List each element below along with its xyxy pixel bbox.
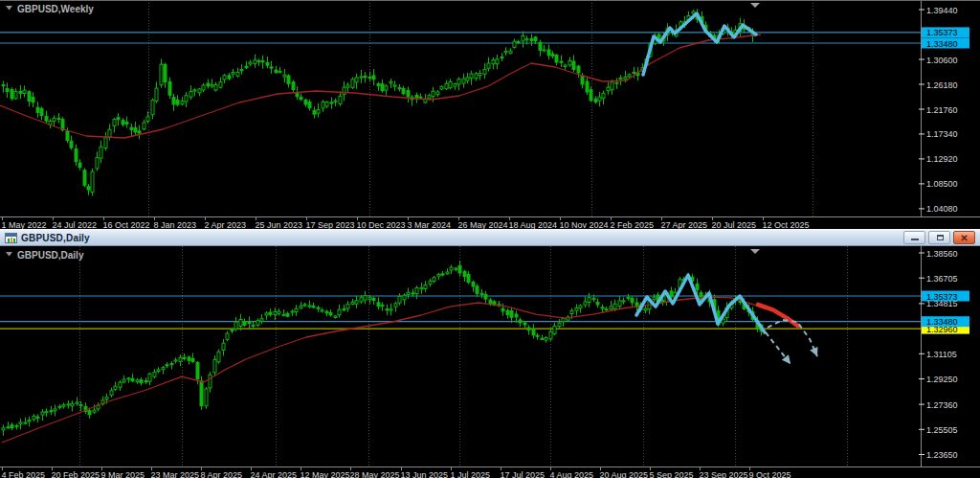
- window-controls: ✕: [903, 231, 975, 244]
- chart-window-daily: 1.385601.367051.348151.311051.292501.273…: [0, 246, 980, 478]
- svg-text:1.35373: 1.35373: [926, 28, 958, 37]
- svg-text:2 Feb 2025: 2 Feb 2025: [611, 220, 655, 229]
- svg-text:23 Sep 2025: 23 Sep 2025: [700, 470, 748, 478]
- svg-text:8 Apr 2025: 8 Apr 2025: [201, 470, 243, 478]
- close-button[interactable]: ✕: [953, 231, 975, 244]
- close-icon: ✕: [954, 232, 974, 243]
- svg-text:1.38560: 1.38560: [926, 249, 958, 259]
- svg-text:20 Feb 2025: 20 Feb 2025: [52, 470, 100, 478]
- svg-text:13 Jun 2025: 13 Jun 2025: [401, 470, 449, 478]
- svg-text:28 May 2025: 28 May 2025: [350, 470, 400, 478]
- svg-text:1.12920: 1.12920: [926, 154, 958, 164]
- svg-text:24 Jul 2022: 24 Jul 2022: [53, 220, 98, 229]
- svg-text:1.04080: 1.04080: [926, 204, 958, 214]
- symbol-label[interactable]: GBPUSD,Weekly: [6, 4, 94, 14]
- svg-text:24 Apr 2025: 24 Apr 2025: [251, 470, 298, 478]
- restore-button[interactable]: [928, 231, 950, 244]
- svg-text:GBPUSD,Daily: GBPUSD,Daily: [17, 250, 84, 261]
- daily-chart-canvas[interactable]: 1.385601.367051.348151.311051.292501.273…: [0, 246, 980, 478]
- svg-text:26 May 2024: 26 May 2024: [458, 220, 508, 229]
- svg-text:1.33480: 1.33480: [926, 39, 958, 49]
- svg-text:9 Mar 2025: 9 Mar 2025: [101, 470, 145, 478]
- svg-text:10 Nov 2024: 10 Nov 2024: [560, 220, 609, 229]
- daily-window-titlebar[interactable]: GBPUSD,Daily ✕: [0, 229, 980, 246]
- svg-text:4 Feb 2025: 4 Feb 2025: [2, 470, 46, 478]
- svg-text:12 May 2025: 12 May 2025: [301, 470, 350, 478]
- minimize-icon: [911, 239, 919, 240]
- symbol-label[interactable]: GBPUSD,Daily: [6, 250, 84, 261]
- price-level-label: 1.35373: [922, 27, 969, 37]
- minimize-button[interactable]: [903, 231, 925, 244]
- svg-text:20 Aug 2025: 20 Aug 2025: [600, 470, 649, 478]
- svg-text:25 Jun 2023: 25 Jun 2023: [256, 220, 303, 229]
- svg-text:9 Oct 2025: 9 Oct 2025: [749, 470, 791, 478]
- svg-text:27 Apr 2025: 27 Apr 2025: [661, 220, 708, 229]
- daily-window-title: GBPUSD,Daily: [21, 233, 903, 243]
- svg-text:4 Aug 2025: 4 Aug 2025: [550, 470, 594, 478]
- svg-text:17 Sep 2023: 17 Sep 2023: [306, 220, 355, 229]
- chart-window-icon: [5, 233, 17, 243]
- svg-text:1.33480: 1.33480: [926, 317, 958, 327]
- svg-text:16 Oct 2022: 16 Oct 2022: [103, 220, 150, 229]
- restore-icon: [937, 235, 944, 240]
- weekly-chart-canvas[interactable]: 1.394401.306001.261801.217601.173401.129…: [0, 0, 980, 229]
- svg-text:1.25505: 1.25505: [926, 425, 958, 435]
- svg-text:8 Jan 2023: 8 Jan 2023: [154, 220, 197, 229]
- svg-text:1.31105: 1.31105: [926, 350, 957, 359]
- svg-text:1.17340: 1.17340: [926, 129, 958, 139]
- svg-text:1.36705: 1.36705: [926, 274, 958, 284]
- svg-text:1.23650: 1.23650: [926, 450, 958, 460]
- svg-text:23 Mar 2025: 23 Mar 2025: [151, 470, 200, 478]
- svg-text:1 May 2022: 1 May 2022: [2, 220, 47, 229]
- svg-text:1 Jul 2025: 1 Jul 2025: [451, 470, 491, 478]
- price-level-label: 1.33480: [922, 38, 969, 49]
- price-level-label: 1.35373: [922, 291, 969, 302]
- svg-text:18 Aug 2024: 18 Aug 2024: [509, 220, 558, 229]
- svg-text:1.39440: 1.39440: [926, 6, 958, 15]
- svg-text:5 Sep 2025: 5 Sep 2025: [650, 470, 694, 478]
- svg-text:10 Dec 2023: 10 Dec 2023: [357, 220, 406, 229]
- svg-text:1.27360: 1.27360: [926, 400, 958, 410]
- mt-workspace: 1.394401.306001.261801.217601.173401.129…: [0, 0, 980, 478]
- svg-text:17 Jul 2025: 17 Jul 2025: [501, 470, 546, 478]
- svg-text:1.08500: 1.08500: [926, 179, 958, 189]
- svg-text:1.21760: 1.21760: [926, 105, 958, 115]
- svg-text:1.35373: 1.35373: [926, 292, 958, 302]
- svg-text:GBPUSD,Weekly: GBPUSD,Weekly: [17, 4, 94, 14]
- svg-text:20 Jul 2025: 20 Jul 2025: [712, 220, 757, 229]
- svg-text:1.29250: 1.29250: [926, 375, 958, 384]
- chart-background: [0, 0, 980, 229]
- svg-text:1.30600: 1.30600: [926, 56, 958, 65]
- price-level-label: 1.33480: [922, 316, 969, 327]
- chart-window-weekly: 1.394401.306001.261801.217601.173401.129…: [0, 0, 980, 229]
- svg-text:2 Apr 2023: 2 Apr 2023: [205, 220, 247, 229]
- svg-text:3 Mar 2024: 3 Mar 2024: [408, 220, 452, 229]
- svg-text:1.26180: 1.26180: [926, 80, 958, 90]
- chart-background: [0, 246, 980, 478]
- svg-text:12 Oct 2025: 12 Oct 2025: [763, 220, 810, 229]
